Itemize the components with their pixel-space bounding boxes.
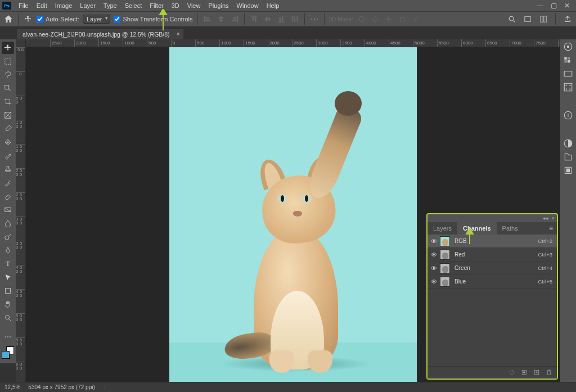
save-selection-icon[interactable] xyxy=(521,369,528,377)
align-right-icon[interactable] xyxy=(230,14,240,24)
close-tab-icon[interactable]: × xyxy=(177,31,180,37)
tab-paths[interactable]: Paths xyxy=(497,222,524,235)
gradient-tool[interactable] xyxy=(2,204,14,216)
zoom-tool[interactable] xyxy=(2,312,14,324)
menu-file[interactable]: File xyxy=(15,2,33,9)
channel-shortcut: Ctrl+4 xyxy=(532,265,557,271)
panel-styles-icon[interactable] xyxy=(563,165,573,175)
channels-panel[interactable]: ◂◂ × Layers Channels Paths ≡ 👁RGBCtrl+2👁… xyxy=(426,213,558,380)
delete-channel-icon[interactable] xyxy=(546,369,552,377)
color-swatches[interactable] xyxy=(2,346,14,361)
panel-patterns-icon[interactable] xyxy=(563,82,573,92)
search-icon[interactable] xyxy=(507,14,517,24)
menu-window[interactable]: Window xyxy=(233,2,263,9)
3d-orbit-icon[interactable] xyxy=(357,14,367,24)
blur-tool[interactable] xyxy=(2,217,14,229)
window-restore-icon[interactable]: ▢ xyxy=(547,2,560,10)
tab-channels[interactable]: Channels xyxy=(457,222,497,235)
menu-edit[interactable]: Edit xyxy=(33,2,51,9)
panel-menu-icon[interactable]: ≡ xyxy=(546,224,557,232)
svg-rect-14 xyxy=(268,17,269,20)
align-vcenter-icon[interactable] xyxy=(263,14,273,24)
arrange-windows-icon[interactable] xyxy=(538,14,548,24)
distribute-icon[interactable] xyxy=(290,14,300,24)
crop-tool[interactable] xyxy=(2,96,14,108)
document-canvas[interactable] xyxy=(169,47,417,382)
new-channel-icon[interactable] xyxy=(533,369,540,377)
lasso-tool[interactable] xyxy=(2,69,14,81)
show-transform-input[interactable] xyxy=(114,16,120,22)
ruler-origin[interactable] xyxy=(16,39,26,47)
visibility-toggle-icon[interactable]: 👁 xyxy=(428,238,440,245)
menu-view[interactable]: View xyxy=(183,2,205,9)
panel-color-icon[interactable] xyxy=(563,42,573,52)
type-tool[interactable]: T xyxy=(2,258,14,270)
stamp-tool[interactable] xyxy=(2,163,14,175)
auto-select-input[interactable] xyxy=(37,16,43,22)
3d-pan-icon[interactable] xyxy=(384,14,394,24)
auto-select-dropdown[interactable]: Layer xyxy=(83,15,111,24)
pen-tool[interactable] xyxy=(2,244,14,256)
zoom-level[interactable]: 12,5% xyxy=(4,384,20,390)
panel-properties-icon[interactable]: i xyxy=(563,110,573,120)
menu-layer[interactable]: Layer xyxy=(76,2,100,9)
menu-help[interactable]: Help xyxy=(263,2,284,9)
more-options-icon[interactable]: ⋯ xyxy=(309,14,320,24)
ruler-vertical[interactable]: 5 005 0 01 0 0 01 5 0 02 0 0 02 5 0 03 0… xyxy=(16,47,26,382)
hand-tool[interactable] xyxy=(2,298,14,310)
3d-slide-icon[interactable] xyxy=(397,14,407,24)
3d-roll-icon[interactable] xyxy=(370,14,380,24)
marquee-tool[interactable] xyxy=(2,55,14,67)
path-select-tool[interactable] xyxy=(2,271,14,283)
shape-tool[interactable] xyxy=(2,285,14,297)
channel-row-blue[interactable]: 👁BlueCtrl+5 xyxy=(428,275,557,289)
history-brush-tool[interactable] xyxy=(2,177,14,189)
show-transform-checkbox[interactable]: Show Transform Controls xyxy=(114,16,192,22)
collapse-panel-icon[interactable]: ◂◂ xyxy=(543,215,548,221)
menu-select[interactable]: Select xyxy=(121,2,146,9)
align-left-icon[interactable] xyxy=(202,14,213,24)
channel-row-red[interactable]: 👁RedCtrl+3 xyxy=(428,248,557,262)
move-tool-icon[interactable] xyxy=(23,14,33,24)
brush-tool[interactable] xyxy=(2,150,14,162)
healing-tool[interactable] xyxy=(2,136,14,148)
status-more-icon[interactable]: 〉 xyxy=(103,384,109,391)
menu-type[interactable]: Type xyxy=(100,2,121,9)
visibility-toggle-icon[interactable]: 👁 xyxy=(428,251,440,258)
foreground-color-swatch[interactable] xyxy=(2,351,10,359)
edit-toolbar-icon[interactable]: ⋯ xyxy=(2,331,14,343)
align-hcenter-icon[interactable] xyxy=(216,14,226,24)
ruler-horizontal[interactable]: 2500200015001000500050010001500200025003… xyxy=(26,39,560,47)
3d-scale-icon[interactable] xyxy=(411,14,421,24)
eraser-tool[interactable] xyxy=(2,190,14,202)
cloud-docs-icon[interactable] xyxy=(523,14,533,24)
share-icon[interactable] xyxy=(562,14,573,24)
frame-tool[interactable] xyxy=(2,109,14,121)
eyedropper-tool[interactable] xyxy=(2,123,14,135)
panel-gradients-icon[interactable] xyxy=(563,69,573,79)
tab-layers[interactable]: Layers xyxy=(428,222,457,235)
move-tool[interactable] xyxy=(2,42,14,54)
visibility-toggle-icon[interactable]: 👁 xyxy=(428,265,440,272)
menu-3d[interactable]: 3D xyxy=(168,2,183,9)
object-select-tool[interactable] xyxy=(2,82,14,94)
channel-row-green[interactable]: 👁GreenCtrl+4 xyxy=(428,262,557,275)
visibility-toggle-icon[interactable]: 👁 xyxy=(428,278,440,285)
menu-plugins[interactable]: Plugins xyxy=(204,2,232,9)
dodge-tool[interactable] xyxy=(2,231,14,243)
load-selection-icon[interactable] xyxy=(508,369,515,377)
panel-adjustments-icon[interactable] xyxy=(563,138,573,148)
window-close-icon[interactable]: ✕ xyxy=(560,2,574,10)
channel-row-rgb[interactable]: 👁RGBCtrl+2 xyxy=(428,235,557,248)
panel-swatches-icon[interactable] xyxy=(563,55,573,65)
menu-filter[interactable]: Filter xyxy=(146,2,167,9)
close-panel-icon[interactable]: × xyxy=(552,215,555,221)
align-bottom-icon[interactable] xyxy=(276,14,286,24)
panel-libraries-icon[interactable] xyxy=(563,152,573,162)
home-icon[interactable] xyxy=(3,14,14,24)
align-top-icon[interactable] xyxy=(249,14,259,24)
window-minimize-icon[interactable]: — xyxy=(533,2,547,10)
menu-image[interactable]: Image xyxy=(51,2,76,9)
auto-select-checkbox[interactable]: Auto-Select: xyxy=(37,16,79,22)
document-tab[interactable]: alvan-nee-ZCHj_2lJP00-unsplash.jpg @ 12,… xyxy=(17,29,183,39)
